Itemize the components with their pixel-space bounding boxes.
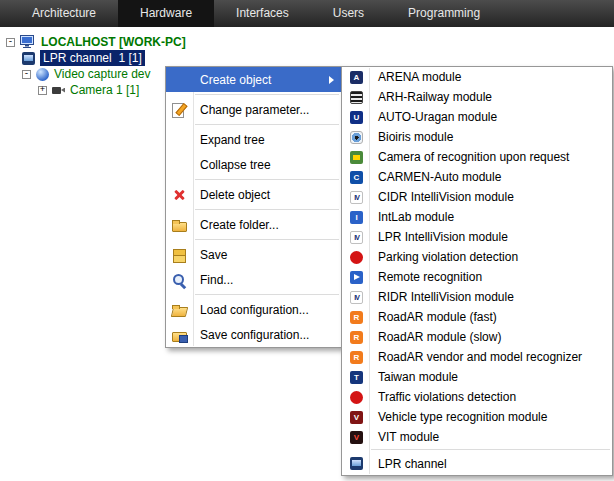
menu-tab-programming[interactable]: Programming [386,0,502,27]
menu-item-label: RoadAR vendor and model recognizer [378,350,582,364]
submenu-item-lpr-channel[interactable]: LPR channel [342,452,612,475]
context-menu: Create object Change parameter... Expand… [165,66,342,348]
magnifier-icon [171,272,187,288]
submenu-item-cidr-intellivision-module[interactable]: CIDR IntelliVision module [342,187,612,207]
tree-item-label: Video capture dev [54,67,151,81]
menu-item-save-configuration[interactable]: Save configuration... [166,322,341,347]
submenu-item-auto-uragan-module[interactable]: AUTO-Uragan module [342,107,612,127]
menu-item-label: Find... [200,273,233,287]
menu-item-label: AUTO-Uragan module [378,110,497,124]
cidr-intellivision-module-icon [350,191,363,204]
menu-item-create-object[interactable]: Create object [166,67,341,92]
computer-icon [20,35,36,49]
menu-item-save[interactable]: Save [166,242,341,267]
menu-item-label: Collapse tree [200,158,271,172]
folder-disk-icon [171,327,187,343]
menu-item-label: Create folder... [200,218,279,232]
menu-separator [195,94,339,95]
roadar-module-icon [350,351,363,364]
submenu-item-bioiris-module[interactable]: Bioiris module [342,127,612,147]
menu-item-label: CIDR IntelliVision module [378,190,514,204]
menu-item-expand-tree[interactable]: Expand tree [166,127,341,152]
menu-item-label: RoadAR module (fast) [378,310,497,324]
menu-item-label: Delete object [200,188,270,202]
submenu-item-camera-recognition-request[interactable]: Camera of recognition upon request [342,147,612,167]
collapse-toggle-icon[interactable]: - [6,38,15,47]
menu-item-change-parameter[interactable]: Change parameter... [166,97,341,122]
camera-icon [52,84,65,97]
menu-tab-hardware[interactable]: Hardware [118,0,214,27]
menu-item-create-folder[interactable]: Create folder... [166,212,341,237]
tree-item-label: Camera 1 [1] [70,83,139,97]
menu-item-label: ARENA module [378,70,461,84]
submenu-item-vehicle-type-recognition-module[interactable]: Vehicle type recognition module [342,407,612,427]
menu-item-label: IntLab module [378,210,454,224]
roadar-module-icon [350,311,363,324]
submenu-item-carmen-auto-module[interactable]: CARMEN-Auto module [342,167,612,187]
menu-item-load-configuration[interactable]: Load configuration... [166,297,341,322]
submenu-item-parking-violation-detection[interactable]: Parking violation detection [342,247,612,267]
menu-tab-architecture[interactable]: Architecture [10,0,118,27]
tree-item-lpr-channel[interactable]: LPR channel 1 [1] [0,50,614,66]
menu-item-delete-object[interactable]: Delete object [166,182,341,207]
menu-separator [371,449,610,450]
lpr-channel-icon [350,457,363,470]
menu-item-label: Vehicle type recognition module [378,410,547,424]
lpr-channel-icon [22,52,35,65]
menu-item-label: Parking violation detection [378,250,518,264]
create-object-submenu: ARENA module ARH-Railway module AUTO-Ura… [341,66,613,476]
menu-item-label: Camera of recognition upon request [378,150,569,164]
vehicle-type-recognition-icon [350,411,363,424]
submenu-item-roadar-vendor-model-recognizer[interactable]: RoadAR vendor and model recognizer [342,347,612,367]
menu-tab-interfaces[interactable]: Interfaces [214,0,311,27]
menu-item-label: Taiwan module [378,370,458,384]
arena-module-icon [350,71,363,84]
new-folder-icon [171,217,187,233]
menu-item-label: VIT module [378,430,439,444]
tree-item-label: LPR channel 1 [1] [40,50,145,66]
submenu-item-traffic-violations-detection[interactable]: Traffic violations detection [342,387,612,407]
traffic-violations-icon [350,391,363,404]
menu-item-label: LPR IntelliVision module [378,230,508,244]
submenu-item-arh-railway-module[interactable]: ARH-Railway module [342,87,612,107]
submenu-item-roadar-module-fast[interactable]: RoadAR module (fast) [342,307,612,327]
roadar-module-icon [350,331,363,344]
menu-item-label: Bioiris module [378,130,453,144]
lpr-intellivision-module-icon [350,231,363,244]
menu-separator [195,239,339,240]
menu-item-label: Expand tree [200,133,265,147]
submenu-item-vit-module[interactable]: VIT module [342,427,612,447]
menu-tab-users[interactable]: Users [311,0,386,27]
menu-item-label: RIDR IntelliVision module [378,290,514,304]
tree-item-localhost[interactable]: - LOCALHOST [WORK-PC] [0,34,614,50]
taiwan-module-icon [350,371,363,384]
menu-separator [195,209,339,210]
expand-toggle-icon[interactable]: + [38,86,47,95]
menu-item-label: Save configuration... [200,328,309,342]
submenu-item-taiwan-module[interactable]: Taiwan module [342,367,612,387]
menu-item-label: ARH-Railway module [378,90,492,104]
menu-item-label: Create object [200,73,271,87]
menu-separator [195,294,339,295]
submenu-item-intlab-module[interactable]: IntLab module [342,207,612,227]
menu-item-label: Load configuration... [200,303,309,317]
auto-uragan-module-icon [350,111,363,124]
save-icon [171,247,187,263]
submenu-item-ridr-intellivision-module[interactable]: RIDR IntelliVision module [342,287,612,307]
main-menubar: Architecture Hardware Interfaces Users P… [0,0,614,27]
collapse-toggle-icon[interactable]: - [22,70,31,79]
menu-item-label: Save [200,248,227,262]
menu-item-label: Traffic violations detection [378,390,516,404]
submenu-item-remote-recognition[interactable]: Remote recognition [342,267,612,287]
submenu-item-roadar-module-slow[interactable]: RoadAR module (slow) [342,327,612,347]
parking-violation-icon [350,251,363,264]
menu-item-find[interactable]: Find... [166,267,341,292]
open-folder-icon [171,302,187,318]
menu-item-label: CARMEN-Auto module [378,170,501,184]
submenu-item-lpr-intellivision-module[interactable]: LPR IntelliVision module [342,227,612,247]
menu-item-collapse-tree[interactable]: Collapse tree [166,152,341,177]
arh-railway-module-icon [350,91,363,104]
submenu-item-arena-module[interactable]: ARENA module [342,67,612,87]
delete-object-icon [171,187,187,203]
menu-separator [195,124,339,125]
